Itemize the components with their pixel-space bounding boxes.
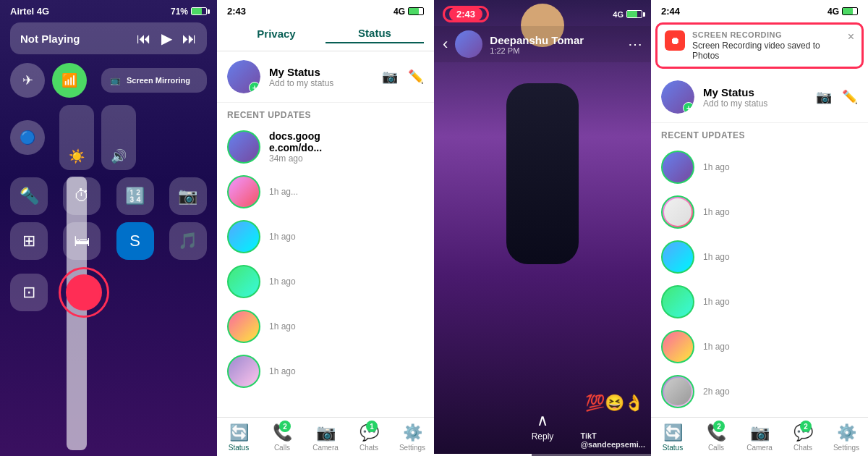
video-time-text: 2:43: [449, 7, 482, 21]
my-avatar: +: [227, 60, 260, 93]
nav-calls-2[interactable]: 📞 Calls 2: [260, 418, 304, 456]
wp-status-bar-4: 2:44 4G: [651, 0, 868, 20]
pencil-action-icon[interactable]: ✏️: [408, 69, 424, 85]
reply-arrow-icon: ∧: [537, 411, 548, 430]
status-nav-icon-4: 🔄: [663, 423, 683, 442]
status-action-icons-4: 📷 ✏️: [816, 89, 858, 105]
status-item-3[interactable]: 1h ago: [217, 214, 434, 259]
privacy-tab[interactable]: Privacy: [227, 25, 326, 43]
status-time-5: 1h ago: [269, 321, 424, 332]
carrier-label: Airtel 4G: [10, 6, 49, 17]
screen-record-button[interactable]: [59, 267, 109, 318]
my-status-info-4: My Status Add to my status: [703, 86, 816, 109]
status-action-icons: 📷 ✏️: [382, 69, 424, 85]
my-status-row[interactable]: + My Status Add to my status 📷 ✏️: [217, 51, 434, 103]
status-item-4-5[interactable]: 1h ago: [651, 324, 868, 369]
qr-scan-button[interactable]: ⊞: [10, 222, 48, 260]
forward-icon[interactable]: ⏭: [182, 30, 197, 47]
status-item-4-2[interactable]: 1h ago: [651, 190, 868, 235]
status-ring-5: [227, 310, 260, 343]
display-button[interactable]: ⊡: [10, 274, 48, 311]
airplane-mode-button[interactable]: ✈: [10, 63, 45, 98]
calculator-button[interactable]: 🔢: [116, 177, 154, 215]
status-tab[interactable]: Status: [326, 24, 424, 43]
status-item-4-4[interactable]: 1h ago: [651, 279, 868, 324]
nav-status-2[interactable]: 🔄 Status: [217, 418, 260, 456]
status-time-4-4: 1h ago: [703, 297, 858, 307]
add-status-icon-4: +: [683, 102, 694, 114]
battery-percent: 71%: [171, 7, 188, 17]
nav-camera-2[interactable]: 📷 Camera: [304, 418, 347, 456]
video-status-bar: 2:43 4G: [434, 0, 651, 25]
status-ring-1: [227, 130, 260, 164]
status-ring-4-6: [661, 375, 694, 408]
status-time-4-5: 1h ago: [703, 342, 858, 352]
banner-close-button[interactable]: ×: [848, 30, 854, 43]
status-time-4-6: 2h ago: [703, 387, 858, 397]
music-button[interactable]: 🎵: [169, 222, 207, 260]
wifi-button[interactable]: 📶: [52, 63, 87, 98]
status-item-5[interactable]: 1h ago: [217, 304, 434, 349]
shazam-button[interactable]: S: [116, 222, 154, 260]
nav-camera-4[interactable]: 📷 Camera: [738, 418, 781, 456]
nav-settings-4[interactable]: ⚙️ Settings: [825, 418, 868, 456]
my-status-row-4[interactable]: + My Status Add to my status 📷 ✏️: [651, 72, 868, 123]
video-emojis: 💯😆👌: [585, 394, 644, 413]
nav-settings-2[interactable]: ⚙️ Settings: [391, 418, 434, 456]
brightness-slider[interactable]: ☀️: [59, 105, 94, 170]
status-item-4[interactable]: 1h ago: [217, 259, 434, 304]
chats-badge-4: 2: [800, 421, 812, 432]
status-time-6: 1h ago: [269, 366, 424, 376]
volume-slider[interactable]: 🔊: [101, 105, 136, 170]
settings-nav-icon-4: ⚙️: [837, 423, 856, 442]
wp-bottom-nav-4: 🔄 Status 📞 Calls 2 📷 Camera 💬 Chats 2 ⚙️…: [651, 417, 868, 456]
flashlight-button[interactable]: 🔦: [10, 177, 48, 215]
chats-badge-2: 1: [366, 421, 378, 432]
my-status-sub: Add to my status: [269, 78, 382, 88]
media-widget: Not Playing ⏮ ▶ ⏭: [10, 22, 207, 54]
reply-button[interactable]: ∧ Reply: [532, 411, 554, 442]
status-item-4-3[interactable]: 1h ago: [651, 235, 868, 279]
more-options-button[interactable]: ⋯: [628, 35, 642, 53]
recording-notification-banner: ⏺ SCREEN RECORDING Screen Recording vide…: [655, 22, 864, 69]
camera-button[interactable]: 📷: [169, 177, 207, 215]
status-list-4: 1h ago 1h ago 1h ago 1h ago: [651, 145, 868, 414]
camera-action-icon-4[interactable]: 📷: [816, 89, 832, 105]
screen-mirroring-button[interactable]: 📺 Screen Mirroring: [101, 68, 207, 93]
nav-chats-2[interactable]: 💬 Chats 1: [347, 418, 391, 456]
battery-icon: [191, 7, 207, 15]
recording-icon: ⏺: [665, 30, 685, 51]
wp-tabs: Privacy Status: [217, 20, 434, 51]
back-button[interactable]: ‹: [443, 35, 448, 54]
video-person: [485, 36, 600, 268]
add-status-icon: +: [249, 82, 260, 93]
rewind-icon[interactable]: ⏮: [137, 30, 151, 47]
recent-updates-label-2: RECENT UPDATES: [217, 103, 434, 124]
status-time-4-2: 1h ago: [703, 207, 858, 217]
camera-action-icon[interactable]: 📷: [382, 69, 398, 85]
status-item-4-1[interactable]: 1h ago: [651, 145, 868, 190]
bluetooth-button[interactable]: 🔵: [10, 120, 45, 155]
nav-calls-4[interactable]: 📞 Calls 2: [694, 418, 738, 456]
nav-status-4[interactable]: 🔄 Status: [651, 418, 694, 456]
status-item-4-6[interactable]: 2h ago: [651, 369, 868, 414]
status-name-1: docs.googe.com/do...: [269, 130, 424, 153]
recording-banner-text: SCREEN RECORDING Screen Recording video …: [692, 30, 841, 61]
time-label-2: 2:43: [227, 6, 246, 17]
pencil-action-icon-4[interactable]: ✏️: [842, 89, 858, 105]
status-time-4: 1h ago: [269, 276, 424, 287]
screen-mirror-label: Screen Mirroring: [127, 76, 190, 85]
status-item-2[interactable]: 1h ag...: [217, 169, 434, 214]
status-item-1[interactable]: docs.googe.com/do... 34m ago: [217, 124, 434, 169]
status-time-4-1: 1h ago: [703, 162, 858, 172]
status-ring-4-1: [661, 151, 694, 184]
recording-title: SCREEN RECORDING: [692, 30, 841, 39]
status-ring-4: [227, 265, 260, 298]
nav-chats-4[interactable]: 💬 Chats 2: [781, 418, 825, 456]
ios-control-center: Airtel 4G 71% Not Playing ⏮ ▶ ⏭ ✈ 📶: [0, 0, 217, 456]
status-ring-4-2: [661, 195, 694, 229]
status-item-6[interactable]: 1h ago: [217, 349, 434, 394]
battery-icon-2: [408, 7, 424, 15]
play-icon[interactable]: ▶: [161, 30, 172, 47]
calls-badge-4: 2: [713, 421, 725, 432]
